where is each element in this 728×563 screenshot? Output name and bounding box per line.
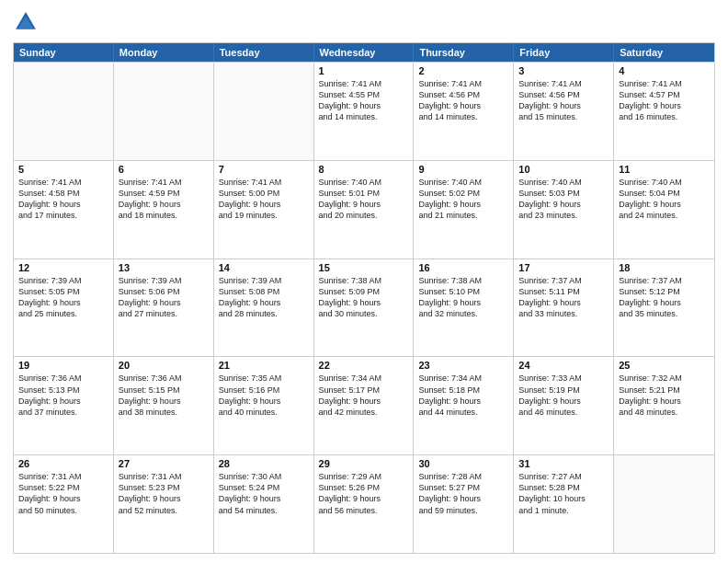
- day-cell-6: 6Sunrise: 7:41 AM Sunset: 4:59 PM Daylig…: [114, 161, 214, 259]
- day-info: Sunrise: 7:40 AM Sunset: 5:01 PM Dayligh…: [319, 177, 409, 222]
- day-info: Sunrise: 7:41 AM Sunset: 4:55 PM Dayligh…: [319, 78, 409, 123]
- day-info: Sunrise: 7:38 AM Sunset: 5:09 PM Dayligh…: [319, 275, 409, 320]
- day-cell-17: 17Sunrise: 7:37 AM Sunset: 5:11 PM Dayli…: [514, 259, 614, 357]
- day-info: Sunrise: 7:31 AM Sunset: 5:22 PM Dayligh…: [18, 471, 108, 516]
- weekday-header-friday: Friday: [514, 43, 614, 62]
- calendar-body: 1Sunrise: 7:41 AM Sunset: 4:55 PM Daylig…: [14, 62, 714, 553]
- weekday-header-sunday: Sunday: [14, 43, 114, 62]
- day-info: Sunrise: 7:41 AM Sunset: 4:56 PM Dayligh…: [518, 78, 609, 123]
- day-number: 28: [219, 458, 309, 469]
- day-cell-9: 9Sunrise: 7:40 AM Sunset: 5:02 PM Daylig…: [414, 161, 514, 259]
- day-cell-15: 15Sunrise: 7:38 AM Sunset: 5:09 PM Dayli…: [314, 259, 415, 357]
- day-cell-8: 8Sunrise: 7:40 AM Sunset: 5:01 PM Daylig…: [314, 161, 415, 259]
- day-cell-26: 26Sunrise: 7:31 AM Sunset: 5:22 PM Dayli…: [14, 455, 114, 553]
- day-cell-16: 16Sunrise: 7:38 AM Sunset: 5:10 PM Dayli…: [414, 259, 514, 357]
- day-info: Sunrise: 7:41 AM Sunset: 5:00 PM Dayligh…: [219, 177, 309, 222]
- day-info: Sunrise: 7:38 AM Sunset: 5:10 PM Dayligh…: [418, 275, 508, 320]
- day-cell-12: 12Sunrise: 7:39 AM Sunset: 5:05 PM Dayli…: [14, 259, 114, 357]
- day-info: Sunrise: 7:40 AM Sunset: 5:03 PM Dayligh…: [518, 177, 609, 222]
- day-cell-11: 11Sunrise: 7:40 AM Sunset: 5:04 PM Dayli…: [614, 161, 714, 259]
- day-info: Sunrise: 7:41 AM Sunset: 4:58 PM Dayligh…: [18, 177, 108, 222]
- weekday-header-wednesday: Wednesday: [314, 43, 415, 62]
- day-info: Sunrise: 7:41 AM Sunset: 4:59 PM Dayligh…: [119, 177, 209, 222]
- day-cell-5: 5Sunrise: 7:41 AM Sunset: 4:58 PM Daylig…: [14, 161, 114, 259]
- day-info: Sunrise: 7:37 AM Sunset: 5:12 PM Dayligh…: [619, 275, 710, 320]
- day-number: 29: [319, 458, 409, 469]
- day-cell-21: 21Sunrise: 7:35 AM Sunset: 5:16 PM Dayli…: [214, 357, 314, 454]
- day-cell-24: 24Sunrise: 7:33 AM Sunset: 5:19 PM Dayli…: [514, 357, 614, 454]
- calendar-week-2: 5Sunrise: 7:41 AM Sunset: 4:58 PM Daylig…: [14, 160, 714, 259]
- day-number: 1: [319, 65, 409, 76]
- calendar-header-row: SundayMondayTuesdayWednesdayThursdayFrid…: [14, 43, 714, 62]
- day-info: Sunrise: 7:34 AM Sunset: 5:18 PM Dayligh…: [418, 373, 508, 418]
- day-info: Sunrise: 7:40 AM Sunset: 5:04 PM Dayligh…: [619, 177, 710, 222]
- day-info: Sunrise: 7:34 AM Sunset: 5:17 PM Dayligh…: [319, 373, 409, 418]
- day-number: 31: [518, 458, 609, 469]
- day-number: 25: [619, 360, 710, 371]
- day-info: Sunrise: 7:36 AM Sunset: 5:13 PM Dayligh…: [18, 373, 108, 418]
- day-cell-4: 4Sunrise: 7:41 AM Sunset: 4:57 PM Daylig…: [614, 63, 714, 160]
- weekday-header-thursday: Thursday: [414, 43, 514, 62]
- day-number: 26: [18, 458, 108, 469]
- day-number: 17: [518, 262, 609, 273]
- day-cell-22: 22Sunrise: 7:34 AM Sunset: 5:17 PM Dayli…: [314, 357, 415, 454]
- day-number: 27: [119, 458, 209, 469]
- day-info: Sunrise: 7:35 AM Sunset: 5:16 PM Dayligh…: [219, 373, 309, 418]
- logo: [13, 9, 42, 35]
- calendar-week-4: 19Sunrise: 7:36 AM Sunset: 5:13 PM Dayli…: [14, 356, 714, 454]
- day-info: Sunrise: 7:33 AM Sunset: 5:19 PM Dayligh…: [518, 373, 609, 418]
- day-cell-28: 28Sunrise: 7:30 AM Sunset: 5:24 PM Dayli…: [214, 455, 314, 553]
- day-cell-29: 29Sunrise: 7:29 AM Sunset: 5:26 PM Dayli…: [314, 455, 415, 553]
- weekday-header-saturday: Saturday: [614, 43, 714, 62]
- weekday-header-tuesday: Tuesday: [214, 43, 314, 62]
- day-number: 10: [518, 164, 609, 175]
- day-number: 8: [319, 164, 409, 175]
- empty-cell: [14, 63, 114, 160]
- day-info: Sunrise: 7:29 AM Sunset: 5:26 PM Dayligh…: [319, 471, 409, 516]
- day-number: 15: [319, 262, 409, 273]
- day-info: Sunrise: 7:36 AM Sunset: 5:15 PM Dayligh…: [119, 373, 209, 418]
- day-info: Sunrise: 7:41 AM Sunset: 4:56 PM Dayligh…: [418, 78, 508, 123]
- day-number: 12: [18, 262, 108, 273]
- day-number: 5: [18, 164, 108, 175]
- day-cell-3: 3Sunrise: 7:41 AM Sunset: 4:56 PM Daylig…: [514, 63, 614, 160]
- day-cell-19: 19Sunrise: 7:36 AM Sunset: 5:13 PM Dayli…: [14, 357, 114, 454]
- day-info: Sunrise: 7:28 AM Sunset: 5:27 PM Dayligh…: [418, 471, 508, 516]
- day-info: Sunrise: 7:39 AM Sunset: 5:05 PM Dayligh…: [18, 275, 108, 320]
- day-cell-25: 25Sunrise: 7:32 AM Sunset: 5:21 PM Dayli…: [614, 357, 714, 454]
- day-number: 21: [219, 360, 309, 371]
- day-number: 16: [418, 262, 508, 273]
- day-number: 4: [619, 65, 710, 76]
- day-cell-30: 30Sunrise: 7:28 AM Sunset: 5:27 PM Dayli…: [414, 455, 514, 553]
- day-number: 11: [619, 164, 710, 175]
- header: [13, 9, 715, 35]
- empty-cell: [214, 63, 314, 160]
- day-info: Sunrise: 7:37 AM Sunset: 5:11 PM Dayligh…: [518, 275, 609, 320]
- day-cell-14: 14Sunrise: 7:39 AM Sunset: 5:08 PM Dayli…: [214, 259, 314, 357]
- day-number: 14: [219, 262, 309, 273]
- day-cell-13: 13Sunrise: 7:39 AM Sunset: 5:06 PM Dayli…: [114, 259, 214, 357]
- day-number: 19: [18, 360, 108, 371]
- empty-cell: [114, 63, 214, 160]
- day-number: 20: [119, 360, 209, 371]
- calendar: SundayMondayTuesdayWednesdayThursdayFrid…: [13, 42, 715, 554]
- day-cell-27: 27Sunrise: 7:31 AM Sunset: 5:23 PM Dayli…: [114, 455, 214, 553]
- day-info: Sunrise: 7:41 AM Sunset: 4:57 PM Dayligh…: [619, 78, 710, 123]
- day-number: 6: [119, 164, 209, 175]
- day-info: Sunrise: 7:39 AM Sunset: 5:06 PM Dayligh…: [119, 275, 209, 320]
- day-info: Sunrise: 7:30 AM Sunset: 5:24 PM Dayligh…: [219, 471, 309, 516]
- day-info: Sunrise: 7:39 AM Sunset: 5:08 PM Dayligh…: [219, 275, 309, 320]
- day-cell-31: 31Sunrise: 7:27 AM Sunset: 5:28 PM Dayli…: [514, 455, 614, 553]
- day-cell-7: 7Sunrise: 7:41 AM Sunset: 5:00 PM Daylig…: [214, 161, 314, 259]
- day-info: Sunrise: 7:27 AM Sunset: 5:28 PM Dayligh…: [518, 471, 609, 516]
- day-cell-10: 10Sunrise: 7:40 AM Sunset: 5:03 PM Dayli…: [514, 161, 614, 259]
- day-cell-2: 2Sunrise: 7:41 AM Sunset: 4:56 PM Daylig…: [414, 63, 514, 160]
- day-cell-18: 18Sunrise: 7:37 AM Sunset: 5:12 PM Dayli…: [614, 259, 714, 357]
- day-number: 7: [219, 164, 309, 175]
- weekday-header-monday: Monday: [114, 43, 214, 62]
- calendar-week-1: 1Sunrise: 7:41 AM Sunset: 4:55 PM Daylig…: [14, 62, 714, 160]
- day-number: 23: [418, 360, 508, 371]
- day-number: 2: [418, 65, 508, 76]
- day-number: 9: [418, 164, 508, 175]
- day-number: 13: [119, 262, 209, 273]
